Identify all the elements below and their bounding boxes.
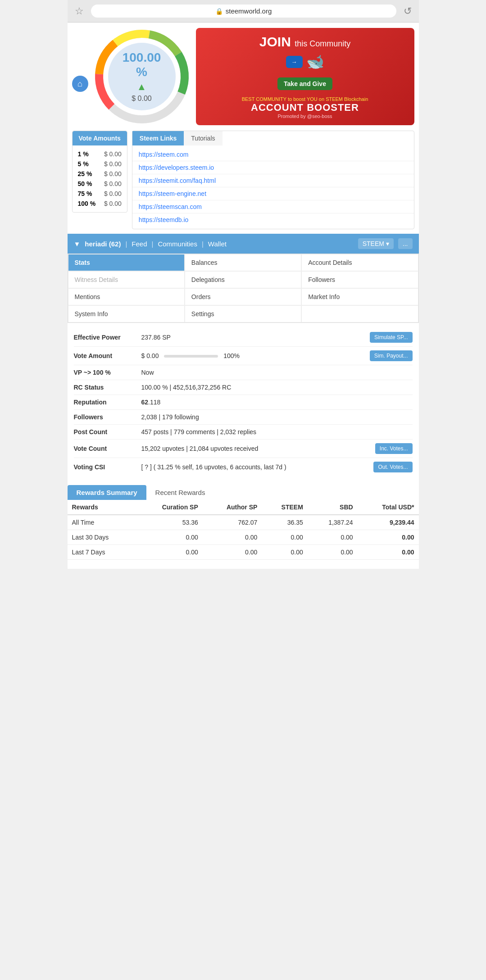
stat-vote-amount: Vote Amount $ 0.00 100% Sim. Payout... <box>74 347 413 365</box>
rewards-row-value: 0.00 <box>136 545 203 560</box>
ad-take-give: Take and Give <box>277 77 332 90</box>
lock-icon: 🔒 <box>215 8 223 15</box>
steem-link[interactable]: https://steemdb.io <box>132 213 414 226</box>
rewards-row-value: 0.00 <box>358 545 419 560</box>
url-text: steemworld.org <box>226 7 272 15</box>
stat-vp: VP ~> 100 % Now <box>74 365 413 380</box>
rewards-row-value: 0.00 <box>203 530 262 545</box>
tab-delegations[interactable]: Delegations <box>185 271 301 288</box>
followers-label: Followers <box>74 413 137 421</box>
out-votes-btn[interactable]: Out. Votes... <box>373 462 412 472</box>
inc-votes-btn[interactable]: Inc. Votes... <box>375 443 413 454</box>
steem-link[interactable]: https://steemscan.com <box>132 200 414 213</box>
rewards-col-header: Author SP <box>203 500 262 515</box>
steem-link[interactable]: https://steem.com <box>132 148 414 161</box>
nav-sep2: | <box>152 240 154 248</box>
nav-sep3: | <box>202 240 204 248</box>
tab-stats[interactable]: Stats <box>68 254 185 271</box>
effective-power-label: Effective Power <box>74 334 137 341</box>
rewards-row-value: 0.00 <box>203 545 262 560</box>
rewards-row-value: 0.00 <box>308 545 358 560</box>
nav-feed[interactable]: Feed <box>132 240 147 248</box>
post-count-label: Post Count <box>74 428 137 436</box>
tab-witness-details[interactable]: Witness Details <box>68 271 185 288</box>
reload-icon[interactable]: ↺ <box>404 5 412 17</box>
rewards-col-header: SBD <box>308 500 358 515</box>
steem-link[interactable]: https://steem-engine.net <box>132 187 414 200</box>
rewards-col-header: Curation SP <box>136 500 203 515</box>
ad-join: JOIN this Community <box>259 34 350 50</box>
ad-banner[interactable]: JOIN this Community → 🐋 Take and Give BE… <box>196 28 414 125</box>
tab-recent-rewards[interactable]: Recent Rewards <box>146 485 214 500</box>
stat-post-count: Post Count 457 posts | 779 comments | 2,… <box>74 425 413 440</box>
page-content: ⌂ 100.00 % ▲ <box>68 23 419 569</box>
rewards-row-value: 0.00 <box>136 530 203 545</box>
more-btn[interactable]: ... <box>398 238 413 249</box>
reputation-value: 62.118 <box>141 399 413 406</box>
meter-center: 100.00 % ▲ $ 0.00 <box>117 50 167 103</box>
tab-settings[interactable]: Settings <box>185 305 301 322</box>
nav-sep1: | <box>125 240 127 248</box>
tab-market-info[interactable]: Market Info <box>301 288 418 305</box>
vote-amounts-header: Vote Amounts <box>73 131 127 145</box>
tab-tutorials[interactable]: Tutorials <box>184 131 222 145</box>
rewards-header: Rewards Summary Recent Rewards <box>68 485 419 500</box>
browser-bar: ☆ 🔒 steemworld.org ↺ <box>68 0 419 23</box>
tab-mentions[interactable]: Mentions <box>68 288 185 305</box>
tab-balances[interactable]: Balances <box>185 254 301 271</box>
steem-dropdown-btn[interactable]: STEEM ▾ <box>358 238 394 249</box>
reputation-label: Reputation <box>74 399 137 406</box>
meter-arrow-icon: ▲ <box>117 81 167 93</box>
rewards-row-value: 762.07 <box>203 515 262 530</box>
links-list: https://steem.comhttps://developers.stee… <box>132 145 414 229</box>
vote-row: 25 %$ 0.00 <box>74 169 125 179</box>
rewards-row: Last 7 Days0.000.000.000.000.00 <box>68 545 419 560</box>
vote-slider-bar[interactable] <box>164 355 218 358</box>
rewards-section: Rewards Summary Recent Rewards RewardsCu… <box>68 485 419 569</box>
url-bar[interactable]: 🔒 steemworld.org <box>91 5 396 18</box>
stat-vote-count: Vote Count 15,202 upvotes | 21,084 upvot… <box>74 440 413 458</box>
rc-value: 100.00 % | 452,516,372,256 RC <box>141 384 413 391</box>
vote-amounts-panel: Vote Amounts 1 %$ 0.005 %$ 0.0025 %$ 0.0… <box>72 131 127 213</box>
sim-payout-btn[interactable]: Sim. Payout... <box>370 350 413 361</box>
vote-row: 100 %$ 0.00 <box>74 199 125 209</box>
tab-account-details[interactable]: Account Details <box>301 254 418 271</box>
home-button[interactable]: ⌂ <box>72 76 88 92</box>
rewards-row-value: 0.00 <box>262 530 308 545</box>
tab-followers[interactable]: Followers <box>301 271 418 288</box>
stat-followers: Followers 2,038 | 179 following <box>74 410 413 425</box>
rewards-col-header: Total USD* <box>358 500 419 515</box>
vote-amount-value: $ 0.00 100% <box>141 352 365 359</box>
vote-row: 1 %$ 0.00 <box>74 149 125 159</box>
ad-promoted: Promoted by @seo-boss <box>277 113 332 119</box>
nav-communities[interactable]: Communities <box>158 240 197 248</box>
tab-steem-links[interactable]: Steem Links <box>132 131 184 145</box>
rewards-row-value: 53.36 <box>136 515 203 530</box>
tab-rewards-summary[interactable]: Rewards Summary <box>68 485 146 500</box>
vote-row: 50 %$ 0.00 <box>74 179 125 189</box>
tab-system-info[interactable]: System Info <box>68 305 185 322</box>
steem-link[interactable]: https://steemit.com/faq.html <box>132 174 414 187</box>
meter-percent: 100.00 % <box>117 50 167 79</box>
tab-orders[interactable]: Orders <box>185 288 301 305</box>
top-section: 100.00 % ▲ $ 0.00 JOIN this Community → … <box>68 23 419 131</box>
stats-tabs-grid: Stats Balances Account Details Witness D… <box>68 254 419 323</box>
vp-value: Now <box>141 369 413 376</box>
rewards-col-header: STEEM <box>262 500 308 515</box>
links-section: Vote Amounts 1 %$ 0.005 %$ 0.0025 %$ 0.0… <box>68 131 419 234</box>
stat-voting-csi: Voting CSI [ ? ] ( 31.25 % self, 16 upvo… <box>74 458 413 476</box>
nav-wallet[interactable]: Wallet <box>208 240 227 248</box>
links-tabs: Steem Links Tutorials <box>132 131 414 145</box>
rewards-row-value: 0.00 <box>358 530 419 545</box>
effective-power-value: 237.86 SP <box>141 334 366 341</box>
rewards-row-label: All Time <box>68 515 136 530</box>
meter-dollar: $ 0.00 <box>117 95 167 103</box>
rewards-row-value: 0.00 <box>308 530 358 545</box>
rewards-header-row: RewardsCuration SPAuthor SPSTEEMSBDTotal… <box>68 500 419 515</box>
nav-dropdown-icon[interactable]: ▼ <box>74 240 81 248</box>
rewards-col-header: Rewards <box>68 500 136 515</box>
bookmark-icon[interactable]: ☆ <box>75 5 84 17</box>
simulate-sp-btn[interactable]: Simulate SP... <box>370 332 412 343</box>
nav-username: heriadi (62) <box>85 240 121 248</box>
steem-link[interactable]: https://developers.steem.io <box>132 161 414 174</box>
